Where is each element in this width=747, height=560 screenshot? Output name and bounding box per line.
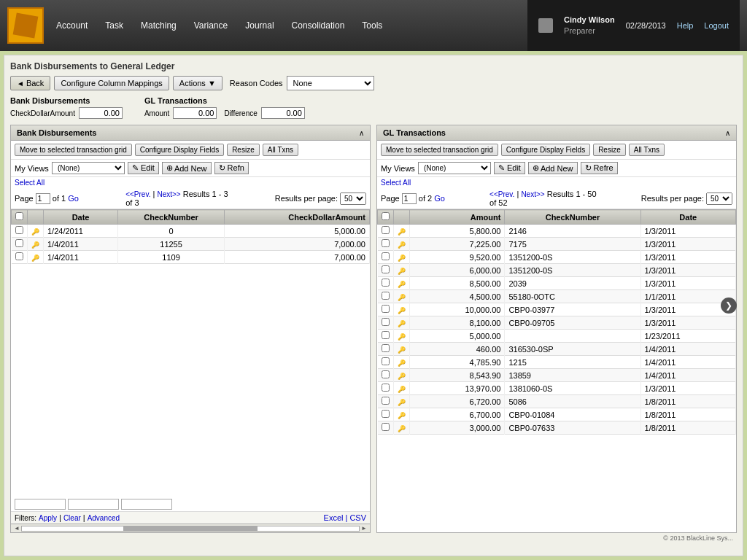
gl-refresh-button[interactable]: ↻ Refre bbox=[581, 162, 618, 174]
gl-row-checkbox[interactable] bbox=[382, 226, 390, 234]
gl-edit-button[interactable]: ✎ Edit bbox=[494, 162, 525, 174]
gl-row-checkbox[interactable] bbox=[382, 410, 390, 418]
bank-per-page-select[interactable]: 50 bbox=[340, 192, 366, 205]
bank-row-checkbox[interactable] bbox=[15, 239, 23, 247]
bank-filter-check[interactable] bbox=[68, 499, 119, 510]
gl-next-link[interactable]: Next>> bbox=[521, 190, 544, 198]
bank-row-checkbox[interactable] bbox=[15, 226, 23, 234]
gl-row-key-icon[interactable]: 🔑 bbox=[398, 359, 406, 367]
gl-row-key-icon[interactable]: 🔑 bbox=[398, 386, 406, 393]
gl-row-key-icon[interactable]: 🔑 bbox=[398, 307, 406, 314]
gl-row-key-icon[interactable]: 🔑 bbox=[398, 294, 406, 301]
gl-row-key-icon[interactable]: 🔑 bbox=[398, 399, 406, 406]
bank-page-input[interactable] bbox=[36, 193, 50, 204]
gl-row-key-icon[interactable]: 🔑 bbox=[398, 320, 406, 327]
gl-row-key-icon[interactable]: 🔑 bbox=[398, 268, 406, 275]
check-dollar-input[interactable] bbox=[79, 107, 123, 119]
nav-task[interactable]: Task bbox=[104, 18, 125, 34]
gl-row-key-icon[interactable]: 🔑 bbox=[398, 254, 406, 262]
bank-filter-apply[interactable]: Apply bbox=[39, 514, 57, 522]
reason-codes-select[interactable]: None bbox=[287, 76, 374, 90]
gl-configure-display-button[interactable]: Configure Display Fields bbox=[501, 144, 590, 156]
bank-header-checkbox[interactable] bbox=[15, 212, 23, 220]
right-nav-arrow[interactable]: ❯ bbox=[721, 298, 737, 314]
gl-move-to-grid-button[interactable]: Move to selected transaction grid bbox=[381, 144, 498, 156]
bank-configure-display-button[interactable]: Configure Display Fields bbox=[135, 144, 224, 156]
bank-row-key-icon[interactable]: 🔑 bbox=[31, 228, 39, 236]
bank-panel-collapse-icon[interactable]: ∧ bbox=[359, 129, 364, 137]
gl-row-key-icon[interactable]: 🔑 bbox=[398, 373, 406, 380]
bank-scroll-track[interactable] bbox=[21, 526, 360, 532]
gl-row-checkbox[interactable] bbox=[382, 397, 390, 405]
gl-row-key-icon[interactable]: 🔑 bbox=[398, 228, 406, 236]
gl-row-key-icon[interactable]: 🔑 bbox=[398, 241, 406, 249]
nav-account[interactable]: Account bbox=[55, 18, 89, 34]
bank-move-to-grid-button[interactable]: Move to selected transaction grid bbox=[15, 144, 132, 156]
bank-select-all-link[interactable]: Select All bbox=[11, 177, 370, 188]
configure-columns-button[interactable]: Configure Column Mappings bbox=[54, 76, 169, 90]
bank-scroll-right[interactable]: ► bbox=[360, 525, 368, 532]
gl-per-page-select[interactable]: 50 bbox=[706, 192, 732, 205]
bank-views-select[interactable]: (None) bbox=[52, 162, 125, 174]
gl-views-select[interactable]: (None) bbox=[418, 162, 491, 174]
bank-resize-button[interactable]: Resize bbox=[227, 144, 260, 156]
gl-header-checkbox[interactable] bbox=[382, 212, 390, 220]
gl-row-checkbox[interactable] bbox=[382, 279, 390, 287]
actions-button[interactable]: Actions ▼ bbox=[173, 76, 222, 90]
help-link[interactable]: Help bbox=[677, 21, 694, 30]
logout-link[interactable]: Logout bbox=[704, 21, 729, 30]
bank-all-txns-button[interactable]: All Txns bbox=[263, 144, 298, 156]
bank-refresh-button[interactable]: ↻ Refn bbox=[214, 162, 249, 174]
gl-row-key-icon[interactable]: 🔑 bbox=[398, 333, 406, 341]
gl-row-key-icon[interactable]: 🔑 bbox=[398, 412, 406, 419]
gl-go-link[interactable]: Go bbox=[434, 194, 445, 203]
gl-row-checkbox[interactable] bbox=[382, 370, 390, 378]
bank-row-key-icon[interactable]: 🔑 bbox=[31, 241, 39, 249]
bank-export-csv[interactable]: CSV bbox=[349, 513, 366, 522]
nav-matching[interactable]: Matching bbox=[139, 18, 178, 34]
gl-row-key-icon[interactable]: 🔑 bbox=[398, 346, 406, 354]
gl-row-checkbox[interactable] bbox=[382, 331, 390, 339]
bank-edit-button[interactable]: ✎ Edit bbox=[128, 162, 159, 174]
gl-row-checkbox[interactable] bbox=[382, 318, 390, 326]
difference-input[interactable] bbox=[261, 107, 305, 119]
bank-add-new-button[interactable]: ⊕ Add New bbox=[162, 162, 212, 174]
bank-filter-clear[interactable]: Clear bbox=[63, 514, 81, 522]
nav-tools[interactable]: Tools bbox=[360, 18, 384, 34]
bank-filter-amount[interactable] bbox=[121, 499, 172, 510]
nav-journal[interactable]: Journal bbox=[244, 18, 275, 34]
gl-panel-collapse-icon[interactable]: ∧ bbox=[725, 129, 730, 137]
nav-consolidation[interactable]: Consolidation bbox=[290, 18, 347, 34]
gl-row-checkbox[interactable] bbox=[382, 423, 390, 431]
gl-row-checkbox[interactable] bbox=[382, 252, 390, 260]
nav-variance[interactable]: Variance bbox=[193, 18, 229, 34]
gl-row-checkbox[interactable] bbox=[382, 292, 390, 300]
gl-all-txns-button[interactable]: All Txns bbox=[629, 144, 665, 156]
bank-scroll-left[interactable]: ◄ bbox=[12, 525, 21, 532]
bank-go-link[interactable]: Go bbox=[68, 194, 79, 203]
gl-select-all-link[interactable]: Select All bbox=[377, 177, 736, 188]
bank-row-checkbox[interactable] bbox=[15, 252, 23, 260]
amount-input[interactable] bbox=[173, 107, 217, 119]
gl-row-checkbox[interactable] bbox=[382, 357, 390, 365]
gl-row-key-icon[interactable]: 🔑 bbox=[398, 281, 406, 288]
bank-filter-advanced[interactable]: Advanced bbox=[88, 514, 120, 522]
gl-add-new-button[interactable]: ⊕ Add New bbox=[528, 162, 578, 174]
gl-row-icon-cell: 🔑 bbox=[394, 395, 410, 408]
gl-prev-link[interactable]: <<Prev. bbox=[489, 190, 514, 198]
bank-next-link[interactable]: Next>> bbox=[157, 190, 180, 198]
gl-page-input[interactable] bbox=[402, 193, 417, 204]
gl-row-checkbox[interactable] bbox=[382, 239, 390, 247]
gl-row-checkbox[interactable] bbox=[382, 384, 390, 392]
gl-row-checkbox[interactable] bbox=[382, 265, 390, 273]
bank-export-excel[interactable]: Excel bbox=[324, 513, 344, 522]
gl-row-key-icon[interactable]: 🔑 bbox=[398, 425, 406, 432]
gl-row-checkbox[interactable] bbox=[382, 305, 390, 313]
back-button[interactable]: ◄ Back bbox=[10, 76, 50, 90]
bank-prev-link[interactable]: <<Prev. bbox=[125, 190, 150, 198]
bank-filter-date[interactable] bbox=[15, 499, 66, 510]
bank-row-key-icon[interactable]: 🔑 bbox=[31, 254, 39, 262]
gl-resize-button[interactable]: Resize bbox=[593, 144, 626, 156]
gl-row-checkbox[interactable] bbox=[382, 344, 390, 352]
bank-horizontal-scroll[interactable]: ◄ ► bbox=[11, 524, 370, 532]
